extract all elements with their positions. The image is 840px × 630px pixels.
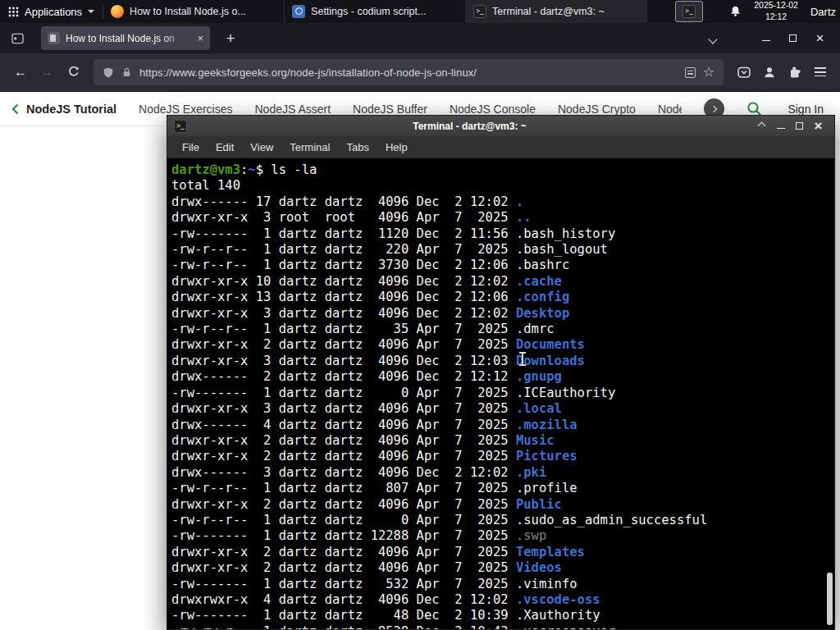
file-name: Pictures [516, 449, 578, 463]
user-menu[interactable]: Dartz [810, 6, 836, 18]
account-icon[interactable] [757, 61, 781, 84]
lock-icon[interactable] [121, 66, 132, 78]
window-close-button[interactable]: × [806, 23, 833, 53]
top-panel: Applications How to Install Node.js o...… [0, 0, 840, 23]
bookmark-star-icon[interactable]: ☆ [703, 66, 714, 79]
file-name: Music [516, 433, 555, 448]
url-bar[interactable]: https://www.geeksforgeeks.org/node-js/in… [94, 59, 724, 85]
terminal-menu-tabs[interactable]: Tabs [338, 141, 377, 153]
reload-button[interactable] [61, 60, 85, 84]
terminal-icon: >_ [174, 120, 187, 133]
firefox-view-icon[interactable] [7, 28, 28, 49]
line-text: drwx------ 3 dartz dartz 4096 Dec 2 12:0… [171, 465, 516, 480]
terminal-line: drwxr-xr-x 13 dartz dartz 4096 Dec 2 12:… [171, 290, 833, 305]
terminal-icon: >_ [473, 5, 486, 18]
file-name: .config [516, 290, 569, 304]
terminal-line: total 140 [171, 178, 833, 194]
tray-terminal-icon[interactable]: >_ [675, 1, 703, 22]
site-nav-item[interactable]: NodeJS Console [450, 103, 536, 116]
terminal-minimize-button[interactable] [771, 123, 790, 130]
taskbar-button-label: Terminal - dartz@vm3: ~ [492, 6, 605, 17]
terminal-menu-file[interactable]: File [174, 141, 208, 153]
forward-button[interactable]: → [34, 60, 59, 84]
line-text: drwxr-xr-x 10 dartz dartz 4096 Dec 2 12:… [171, 274, 516, 289]
prompt-user-host: dartz@vm3 [171, 162, 240, 177]
file-name: .gnupg [516, 369, 562, 384]
taskbar-button-terminal[interactable]: >_Terminal - dartz@vm3: ~ [466, 0, 647, 23]
file-name: .bashrc [516, 258, 569, 272]
terminal-menu-view[interactable]: View [242, 141, 281, 153]
back-button[interactable]: ← [8, 60, 33, 84]
bell-icon[interactable] [729, 5, 742, 18]
terminal-line: drwx------ 3 dartz dartz 4096 Dec 2 12:0… [171, 465, 833, 481]
taskbar-button-settings[interactable]: Settings - codium script... [285, 0, 466, 23]
sign-in-button[interactable]: Sign In [788, 103, 824, 116]
shield-icon[interactable] [103, 66, 114, 79]
line-text: -rw------- 1 dartz dartz 1120 Dec 2 11:5… [171, 226, 516, 241]
terminal-line: -rw------- 1 dartz dartz 12288 Apr 7 202… [171, 528, 833, 544]
terminal-maximize-button[interactable] [790, 122, 809, 130]
file-name: .cache [516, 274, 562, 289]
extensions-icon[interactable] [783, 61, 806, 84]
url-text[interactable]: https://www.geeksforgeeks.org/node-js/in… [139, 66, 678, 79]
file-name: .pki [516, 465, 546, 480]
site-nav-item[interactable]: NodeJS Crypto [558, 103, 636, 116]
line-text: -rw------- 1 dartz dartz 12288 Apr 7 202… [171, 528, 516, 543]
file-name: .xscreensaver [516, 624, 615, 629]
panel-clock[interactable]: 2025-12-02 12:12 [754, 0, 798, 22]
terminal-menu-terminal[interactable]: Terminal [281, 141, 338, 153]
file-name: .swp [516, 528, 546, 543]
file-name: Documents [516, 337, 585, 352]
terminal-line: drwx------ 2 dartz dartz 4096 Dec 2 12:1… [171, 369, 833, 385]
browser-tab[interactable]: How to Install Node.js on × [41, 26, 210, 50]
file-name: .local [516, 401, 562, 416]
reader-view-icon[interactable] [685, 67, 696, 78]
terminal-titlebar[interactable]: >_ Terminal - dartz@vm3: ~ × [167, 116, 834, 136]
applications-menu-button[interactable]: Applications [0, 0, 103, 23]
tab-close-icon[interactable]: × [195, 32, 203, 44]
file-name: .mozilla [516, 418, 578, 432]
terminal-line: drwxr-xr-x 3 dartz dartz 4096 Apr 7 2025… [171, 401, 833, 417]
taskbar: How to Install Node.js o...Settings - co… [103, 0, 647, 23]
terminal-menu-edit[interactable]: Edit [208, 141, 242, 153]
prompt-path: ~ [248, 162, 255, 177]
terminal-shade-button[interactable] [752, 123, 771, 129]
list-tabs-chevron-icon[interactable] [710, 31, 716, 46]
applications-label: Applications [25, 6, 82, 18]
terminal-line: drwxr-xr-x 2 dartz dartz 4096 Apr 7 2025… [171, 497, 833, 513]
terminal-output[interactable]: dartz@vm3:~$ ls -la total 140drwx------ … [167, 158, 834, 629]
line-text: -rw-rw-r-- 1 dartz dartz 9529 Dec 2 10:4… [171, 624, 516, 629]
site-nav-item[interactable]: NodeJS Exercises [139, 103, 232, 116]
taskbar-button-firefox[interactable]: How to Install Node.js o... [103, 0, 285, 23]
site-nav-item[interactable]: NodeJS Assert [255, 103, 331, 116]
window-minimize-button[interactable] [752, 23, 779, 53]
site-nav-item[interactable]: NodeJS Buffer [353, 103, 427, 116]
menu-hamburger-icon[interactable] [808, 61, 832, 84]
file-name: .. [516, 210, 532, 225]
line-text: drwx------ 17 dartz dartz 4096 Dec 2 12:… [171, 194, 516, 209]
firefox-icon [111, 5, 124, 18]
file-name: .bash_logout [516, 242, 608, 257]
file-name: .dmrc [516, 322, 555, 336]
file-name: Videos [516, 560, 562, 575]
tab-favicon-icon [48, 32, 60, 44]
site-nav-back[interactable]: NodeJS Tutorial [11, 103, 116, 116]
line-text: drwxr-xr-x 3 dartz dartz 4096 Apr 7 2025 [171, 401, 516, 416]
terminal-menu-help[interactable]: Help [377, 141, 416, 153]
file-name: Desktop [516, 306, 569, 321]
line-text: drwxr-xr-x 2 dartz dartz 4096 Apr 7 2025 [171, 449, 516, 463]
window-maximize-button[interactable] [779, 23, 806, 53]
terminal-line: drwxr-xr-x 3 dartz dartz 4096 Dec 2 12:0… [171, 306, 833, 322]
line-text: drwxr-xr-x 2 dartz dartz 4096 Apr 7 2025 [171, 337, 516, 352]
terminal-command: ls -la [271, 162, 317, 177]
terminal-line: -rw------- 1 dartz dartz 48 Dec 2 10:39 … [171, 608, 833, 623]
chevron-down-icon [88, 10, 94, 13]
terminal-close-button[interactable]: × [809, 119, 828, 133]
site-nav-item[interactable]: NodeJS DNS [658, 103, 682, 116]
panel-status-area: 2025-12-02 12:12 Dartz [729, 0, 840, 22]
terminal-menubar: FileEditViewTerminalTabsHelp [167, 136, 834, 158]
line-text: -rw-r--r-- 1 dartz dartz 3730 Dec 2 12:0… [171, 258, 516, 272]
new-tab-button[interactable]: + [220, 30, 241, 48]
terminal-scrollbar[interactable] [827, 573, 833, 625]
pocket-icon[interactable] [732, 61, 756, 84]
